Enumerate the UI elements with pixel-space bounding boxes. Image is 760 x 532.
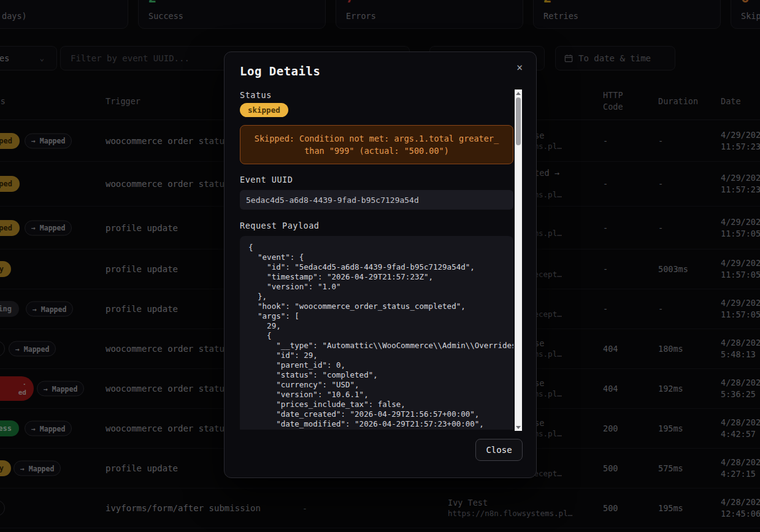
modal-scrollbar[interactable] bbox=[515, 89, 522, 431]
skip-warning-line1: Skipped: Condition not met: args.1.total… bbox=[240, 132, 513, 145]
modal-content: Status skipped Skipped: Condition not me… bbox=[225, 89, 537, 430]
close-button[interactable]: Close bbox=[475, 439, 523, 461]
event-uuid-label: Event UUID bbox=[240, 175, 293, 184]
request-payload-label: Request Payload bbox=[240, 221, 319, 230]
modal-footer: Close bbox=[225, 429, 537, 477]
scroll-up-icon[interactable] bbox=[515, 89, 522, 97]
status-badge: skipped bbox=[240, 103, 288, 117]
skip-warning-line2: than "999" (actual: "500.00") bbox=[240, 145, 513, 157]
event-uuid-value[interactable]: 5edac4d5-a6d8-4439-9fad-b95c7129a54d bbox=[240, 190, 513, 210]
payload-json: { "event": { "id": "5edac4d5-a6d8-4439-9… bbox=[248, 243, 513, 429]
app-root: days)2Success7Errors2Retries6Skipped es … bbox=[0, 0, 760, 532]
status-label: Status bbox=[240, 90, 272, 100]
scrollbar-thumb[interactable] bbox=[516, 97, 521, 145]
close-icon[interactable]: × bbox=[513, 61, 526, 74]
modal-title: Log Details bbox=[240, 64, 320, 78]
skip-warning-box: Skipped: Condition not met: args.1.total… bbox=[240, 125, 513, 164]
request-payload-code[interactable]: { "event": { "id": "5edac4d5-a6d8-4439-9… bbox=[240, 236, 513, 430]
log-details-modal: Log Details × Status skipped Skipped: Co… bbox=[224, 51, 537, 478]
